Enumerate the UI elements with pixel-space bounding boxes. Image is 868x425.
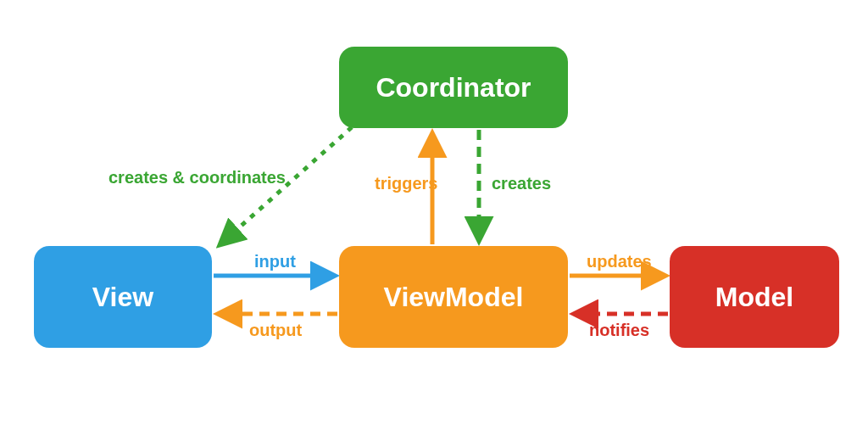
coordinator-label: Coordinator	[376, 72, 531, 103]
viewmodel-box: ViewModel	[339, 246, 568, 348]
viewmodel-label: ViewModel	[384, 282, 524, 313]
view-label: View	[92, 282, 153, 313]
creates-coordinates-label: creates & coordinates	[108, 168, 286, 187]
coordinator-box: Coordinator	[339, 47, 568, 128]
input-label: input	[254, 252, 296, 271]
view-box: View	[34, 246, 212, 348]
model-label: Model	[715, 282, 793, 313]
updates-label: updates	[587, 252, 652, 271]
creates-label: creates	[492, 174, 551, 193]
output-label: output	[249, 321, 302, 340]
triggers-label: triggers	[375, 174, 437, 193]
model-box: Model	[670, 246, 839, 348]
notifies-label: notifies	[589, 321, 649, 340]
